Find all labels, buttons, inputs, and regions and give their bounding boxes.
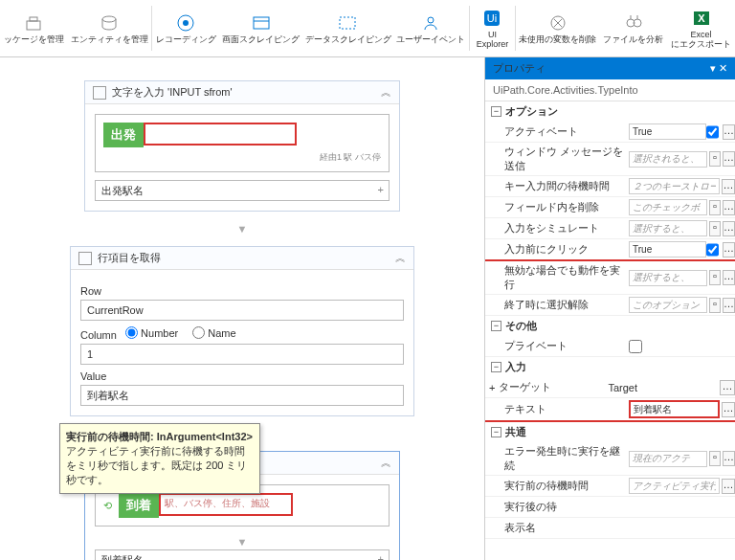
ribbon-data-scrape[interactable]: データスクレイピング — [302, 2, 393, 55]
activate-check[interactable] — [706, 125, 719, 139]
private-check[interactable] — [629, 340, 642, 353]
ribbon-package[interactable]: ッケージを管理 — [0, 2, 68, 55]
ellipsis-icon[interactable]: … — [723, 124, 735, 140]
ellipsis-icon[interactable]: … — [722, 179, 735, 194]
properties-panel: プロパティ▾ ✕ UiPath.Core.Activities.TypeInto… — [484, 57, 735, 560]
ribbon-remove-unused[interactable]: 未使用の変数を削除 — [516, 2, 599, 55]
prop-target[interactable]: +ターゲットTarget… — [485, 377, 735, 398]
ellipsis-icon[interactable]: … — [723, 151, 735, 167]
ellipsis-icon[interactable]: … — [723, 451, 735, 466]
tooltip-title: 実行前の待機時間: InArgument<Int32> — [66, 431, 253, 442]
ellipsis-icon[interactable]: … — [723, 221, 735, 236]
svg-rect-1 — [30, 17, 37, 21]
getrow-icon — [78, 252, 92, 265]
prop-waitbefore[interactable]: 実行前の待機時間… — [485, 476, 735, 497]
ribbon-toolbar: ッケージを管理 エンティティを管理 レコーディング 画面スクレイピング データス… — [0, 0, 735, 57]
activity-type: UiPath.Core.Activities.TypeInto — [485, 79, 735, 101]
group-common[interactable]: −共通 — [485, 422, 735, 442]
activity-get-row-item[interactable]: 行項目を取得︽ Row Column Number Name Value — [70, 246, 414, 416]
group-option[interactable]: −オプション — [485, 101, 735, 122]
text-expression-input[interactable] — [95, 549, 390, 560]
prop-simulate[interactable]: 入力をシミュレート▫… — [485, 218, 735, 239]
group-other[interactable]: −その他 — [485, 316, 735, 336]
arrival-badge: 到着 — [119, 493, 159, 518]
box-icon[interactable]: ▫ — [709, 298, 721, 313]
ellipsis-icon[interactable]: … — [722, 402, 735, 417]
prop-dispname[interactable]: 表示名 — [485, 518, 735, 539]
plus-icon[interactable]: + — [378, 184, 384, 195]
svg-rect-0 — [27, 21, 40, 30]
svg-point-2 — [102, 16, 116, 22]
svg-point-8 — [428, 17, 434, 23]
prop-deselect[interactable]: 終了時に選択解除▫… — [485, 295, 735, 316]
activity-title: 行項目を取得 — [98, 251, 161, 265]
svg-rect-5 — [254, 17, 269, 29]
ribbon-record[interactable]: レコーディング — [152, 2, 220, 55]
prop-activate[interactable]: アクティベート… — [485, 122, 735, 143]
ribbon-ui-explorer[interactable]: UiUI Explorer — [469, 2, 515, 55]
text-expression-input[interactable] — [95, 180, 390, 201]
typeinto-icon — [93, 86, 106, 100]
ui-target-preview: 出発 経由1 駅 バス停 — [95, 114, 390, 172]
departure-badge: 出発 — [103, 123, 144, 147]
ellipsis-icon[interactable]: … — [723, 270, 735, 285]
flow-arrow: ▼ — [8, 217, 477, 240]
prop-text[interactable]: テキスト… — [485, 398, 735, 422]
plus-icon[interactable]: + — [378, 553, 384, 560]
box-icon[interactable]: ▫ — [709, 221, 721, 236]
ribbon-excel[interactable]: XExcel にエクスポート — [667, 2, 735, 55]
prop-continue[interactable]: エラー発生時に実行を継続▫… — [485, 442, 735, 476]
activity-title: 文字を入力 'INPUT sfrom' — [112, 85, 233, 100]
value-label: Value — [80, 370, 404, 382]
panel-menu-icon[interactable]: ▾ ✕ — [710, 62, 727, 75]
ellipsis-icon[interactable]: … — [722, 479, 735, 494]
svg-text:Ui: Ui — [487, 12, 497, 24]
radio-name[interactable]: Name — [192, 326, 235, 339]
collapse-icon[interactable]: ︽ — [395, 251, 406, 265]
box-icon[interactable]: ▫ — [709, 200, 721, 215]
prop-keywait[interactable]: キー入力間の待機時間… — [485, 176, 735, 197]
ellipsis-icon[interactable]: … — [723, 200, 735, 215]
box-icon[interactable]: ▫ — [709, 451, 721, 466]
row-label: Row — [80, 285, 404, 297]
tooltip: 実行前の待機時間: InArgument<Int32> アクティビティ実行前に待… — [59, 423, 260, 494]
collapse-icon[interactable]: ︽ — [381, 456, 391, 470]
ellipsis-icon[interactable]: … — [723, 298, 735, 313]
flow-arrow: ▼ — [95, 534, 390, 549]
refresh-icon: ⟲ — [103, 500, 112, 511]
properties-header: プロパティ▾ ✕ — [485, 57, 735, 79]
box-icon[interactable]: ▫ — [709, 151, 721, 167]
activity-type-into-1[interactable]: 文字を入力 'INPUT sfrom'︽ 出発 経由1 駅 バス停 + — [84, 80, 400, 212]
preview-subtext: 経由1 駅 バス停 — [103, 151, 381, 164]
radio-number[interactable]: Number — [125, 326, 178, 339]
ribbon-analyze[interactable]: ファイルを分析 — [599, 2, 667, 55]
ribbon-user-events[interactable]: ユーザーイベント — [393, 2, 469, 55]
value-input[interactable] — [80, 385, 404, 406]
prop-private[interactable]: プライベート — [485, 336, 735, 357]
prop-invalid[interactable]: 無効な場合でも動作を実行▫… — [485, 261, 735, 295]
column-input[interactable] — [80, 344, 404, 365]
clickbefore-check[interactable] — [706, 243, 719, 257]
svg-point-4 — [183, 20, 189, 26]
ellipsis-icon[interactable]: … — [720, 380, 735, 395]
ribbon-entities[interactable]: エンティティを管理 — [68, 2, 151, 55]
box-icon[interactable]: ▫ — [709, 270, 721, 285]
input-highlight — [144, 123, 297, 146]
row-input[interactable] — [80, 300, 404, 321]
collapse-icon[interactable]: ︽ — [381, 85, 391, 100]
group-input[interactable]: −入力 — [485, 357, 735, 377]
ellipsis-icon[interactable]: … — [723, 242, 735, 258]
svg-text:X: X — [698, 12, 705, 24]
prop-delfield[interactable]: フィールド内を削除▫… — [485, 197, 735, 218]
prop-clickbefore[interactable]: 入力前にクリック… — [485, 239, 735, 261]
tooltip-body: アクティビティ実行前に待機する時間をミリ秒で指します。既定は 200 ミリ秒です… — [66, 445, 247, 485]
input-highlight: 駅、バス停、住所、施設 — [159, 493, 293, 516]
svg-rect-7 — [340, 17, 355, 29]
prop-sendmsg[interactable]: ウィンドウ メッセージを送信▫… — [485, 143, 735, 176]
column-label: Column Number Name — [80, 326, 404, 341]
ribbon-screen-scrape[interactable]: 画面スクレイピング — [220, 2, 303, 55]
prop-waitafter[interactable]: 実行後の待 — [485, 497, 735, 518]
